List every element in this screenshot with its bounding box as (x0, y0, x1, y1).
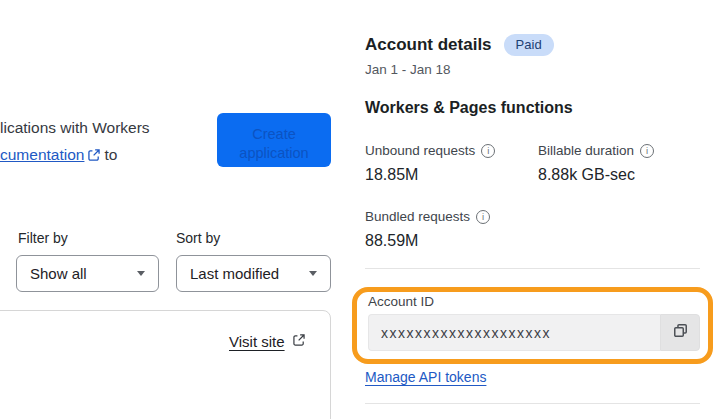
stat-bundled-requests-label: Bundled requests i (365, 209, 490, 224)
manage-api-tokens-link[interactable]: Manage API tokens (365, 369, 486, 385)
stat-unbound-requests-label: Unbound requests i (365, 143, 495, 158)
filter-dropdown[interactable]: Show all (16, 255, 159, 292)
intro-line-2: cumentationto (0, 141, 150, 170)
divider (365, 403, 700, 404)
stat-label-text: Unbound requests (365, 143, 475, 158)
chevron-down-icon (309, 271, 317, 276)
date-range: Jan 1 - Jan 18 (365, 62, 451, 77)
external-link-icon (292, 333, 306, 350)
sort-dropdown[interactable]: Last modified (176, 255, 331, 292)
external-link-icon (87, 143, 101, 170)
create-application-label-line1: Create (217, 125, 331, 144)
info-icon[interactable]: i (476, 210, 490, 224)
create-application-label-line2: application (217, 144, 331, 163)
intro-text: lications with Workers cumentationto (0, 114, 150, 170)
info-icon[interactable]: i (640, 144, 654, 158)
sort-dropdown-value: Last modified (190, 265, 279, 282)
visit-site-link[interactable]: Visit site (229, 333, 306, 350)
sort-by-label: Sort by (176, 230, 220, 246)
functions-section-title: Workers & Pages functions (365, 99, 573, 117)
stat-label-text: Bundled requests (365, 209, 470, 224)
account-details-title: Account details (365, 35, 492, 55)
copy-icon (672, 322, 689, 343)
documentation-link[interactable]: cumentation (0, 146, 84, 163)
plan-badge: Paid (504, 34, 554, 56)
filter-dropdown-value: Show all (30, 265, 87, 282)
copy-account-id-button[interactable] (660, 314, 700, 351)
intro-line-2-suffix: to (104, 146, 117, 163)
stat-billable-duration-value: 8.88k GB-sec (538, 166, 635, 184)
intro-line-1: lications with Workers (0, 114, 150, 141)
stat-bundled-requests-value: 88.59M (365, 232, 418, 250)
filter-by-label: Filter by (18, 230, 68, 246)
account-id-label: Account ID (368, 294, 434, 309)
chevron-down-icon (137, 271, 145, 276)
stat-unbound-requests-value: 18.85M (365, 166, 418, 184)
divider (365, 268, 700, 269)
account-id-field-group (368, 314, 700, 351)
info-icon[interactable]: i (481, 144, 495, 158)
project-card (0, 310, 331, 419)
visit-site-label: Visit site (229, 333, 285, 350)
account-id-input[interactable] (368, 314, 660, 351)
account-details-header: Account details Paid (365, 34, 554, 56)
create-application-button[interactable]: Create application (217, 113, 331, 167)
stat-label-text: Billable duration (538, 143, 634, 158)
stat-billable-duration-label: Billable duration i (538, 143, 654, 158)
